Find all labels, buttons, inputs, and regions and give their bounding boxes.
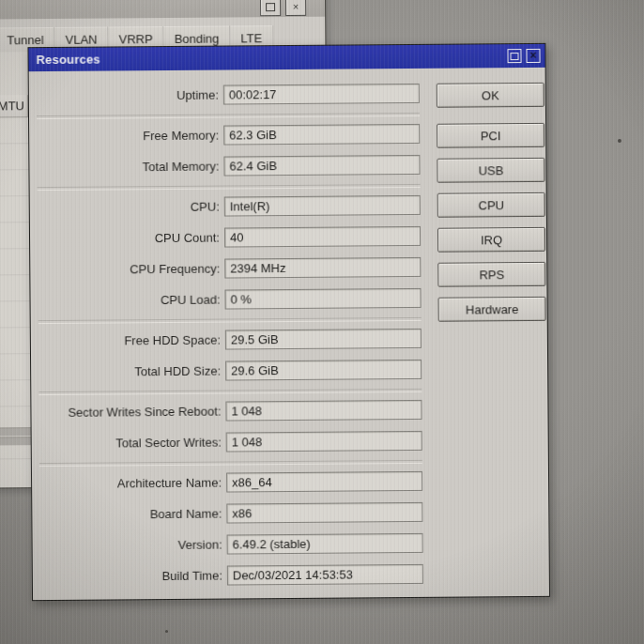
field-row-total-sector-writes: Total Sector Writes: 1 048 xyxy=(39,431,424,453)
field-value-cpu-count[interactable]: 40 xyxy=(224,226,421,248)
field-row-total-memory: Total Memory: 62.4 GiB xyxy=(37,155,422,177)
field-label: Total HDD Size: xyxy=(38,364,225,380)
field-row-build-time: Build Time: Dec/03/2021 14:53:53 xyxy=(40,564,425,587)
field-row-cpu-load: CPU Load: 0 % xyxy=(38,288,422,311)
field-value-total-sector-writes[interactable]: 1 048 xyxy=(226,431,422,452)
field-row-total-hdd-size: Total HDD Size: 29.6 GiB xyxy=(38,360,423,382)
field-label: Architecture Name: xyxy=(39,476,226,492)
field-label: Sector Writes Since Reboot: xyxy=(38,405,225,421)
maximize-icon[interactable] xyxy=(507,49,521,63)
field-value-version[interactable]: 6.49.2 (stable) xyxy=(227,533,423,555)
field-value-free-memory[interactable]: 62.3 GiB xyxy=(223,124,420,146)
field-value-uptime[interactable]: 00:02:17 xyxy=(223,84,420,105)
buttons-column: OK PCI USB CPU IRQ RPS Hardware xyxy=(437,83,546,332)
horizontal-scrollbar-track[interactable] xyxy=(0,437,31,445)
dialog-content: Uptime: 00:02:17 Free Memory: 62.3 GiB T… xyxy=(29,68,549,600)
field-row-cpu: CPU: Intel(R) xyxy=(38,195,422,218)
field-row-free-hdd-space: Free HDD Space: 29.5 GiB xyxy=(38,329,423,351)
field-value-board-name[interactable]: x86 xyxy=(226,502,422,524)
separator xyxy=(38,184,421,191)
pci-button[interactable]: PCI xyxy=(437,123,544,148)
table-grid-lines xyxy=(0,117,31,474)
field-value-architecture-name[interactable]: x86_64 xyxy=(226,471,422,493)
irq-button[interactable]: IRQ xyxy=(437,227,545,253)
scene: × Tunnel VLAN VRRP Bonding LTE MTU Resou… xyxy=(0,0,644,644)
field-row-architecture-name: Architecture Name: x86_64 xyxy=(39,471,424,494)
separator xyxy=(37,113,420,119)
field-label: CPU Load: xyxy=(38,293,224,309)
hardware-button[interactable]: Hardware xyxy=(438,297,546,322)
separator xyxy=(39,460,422,467)
cpu-button[interactable]: CPU xyxy=(437,192,545,218)
field-label: Board Name: xyxy=(39,507,226,523)
field-row-cpu-count: CPU Count: 40 xyxy=(38,226,422,249)
field-value-cpu[interactable]: Intel(R) xyxy=(224,195,421,217)
separator xyxy=(38,389,422,395)
field-value-sector-writes-since-reboot[interactable]: 1 048 xyxy=(225,400,422,422)
field-value-free-hdd-space[interactable]: 29.5 GiB xyxy=(225,329,422,350)
usb-button[interactable]: USB xyxy=(437,158,544,183)
horizontal-scrollbar[interactable] xyxy=(0,427,31,436)
field-label: Uptime: xyxy=(37,88,223,104)
field-label: Free HDD Space: xyxy=(38,333,225,349)
maximize-icon[interactable] xyxy=(260,0,281,16)
dust-speck xyxy=(165,630,168,633)
close-icon[interactable]: × xyxy=(285,0,306,16)
close-icon[interactable]: × xyxy=(526,49,540,63)
field-row-board-name: Board Name: x86 xyxy=(39,502,424,525)
column-header-mtu[interactable]: MTU xyxy=(0,95,28,117)
field-label: CPU: xyxy=(38,200,224,216)
rps-button[interactable]: RPS xyxy=(437,262,545,287)
field-label: Version: xyxy=(40,538,227,554)
field-label: Total Sector Writes: xyxy=(39,436,226,452)
field-row-free-memory: Free Memory: 62.3 GiB xyxy=(37,124,422,146)
field-label: Build Time: xyxy=(40,569,227,585)
separator xyxy=(38,317,422,324)
field-row-cpu-frequency: CPU Frequency: 2394 MHz xyxy=(38,257,422,280)
close-x-icon: × xyxy=(293,1,299,11)
field-label: Free Memory: xyxy=(37,129,223,145)
maximize-square-icon xyxy=(510,53,518,60)
field-row-sector-writes-since-reboot: Sector Writes Since Reboot: 1 048 xyxy=(38,400,423,422)
field-label: CPU Frequency: xyxy=(38,262,224,278)
field-label: Total Memory: xyxy=(37,160,223,176)
field-value-cpu-load[interactable]: 0 % xyxy=(224,288,421,310)
field-value-total-hdd-size[interactable]: 29.6 GiB xyxy=(225,360,422,381)
maximize-square-icon xyxy=(266,3,275,11)
field-value-build-time[interactable]: Dec/03/2021 14:53:53 xyxy=(227,564,423,586)
dust-speck xyxy=(618,139,621,143)
ok-button[interactable]: OK xyxy=(437,83,544,108)
resources-dialog: Resources × Uptime: 00:02:17 Free Memory… xyxy=(27,43,550,601)
dialog-title: Resources xyxy=(36,49,502,67)
fields-column: Uptime: 00:02:17 Free Memory: 62.3 GiB T… xyxy=(37,69,425,598)
field-label: CPU Count: xyxy=(38,231,224,247)
field-row-version: Version: 6.49.2 (stable) xyxy=(40,533,425,556)
field-value-total-memory[interactable]: 62.4 GiB xyxy=(223,155,420,176)
field-value-cpu-frequency[interactable]: 2394 MHz xyxy=(224,257,421,279)
field-row-uptime: Uptime: 00:02:17 xyxy=(37,84,422,106)
